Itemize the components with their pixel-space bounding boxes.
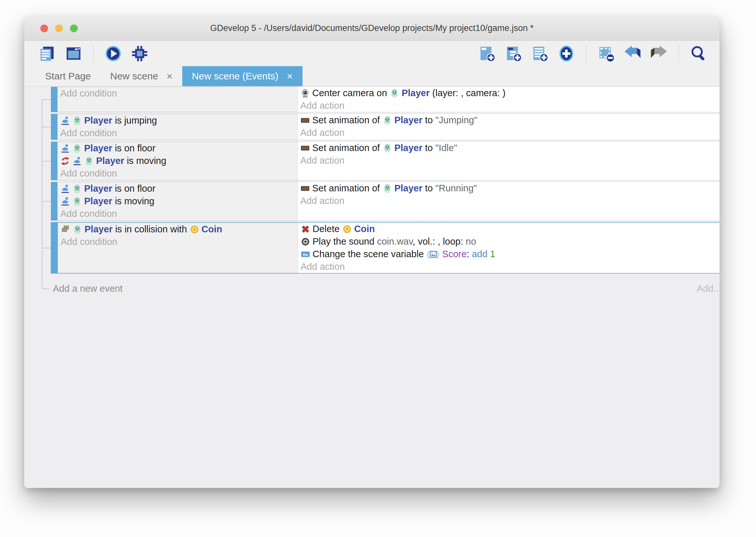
add-event-icon[interactable] — [478, 44, 496, 63]
window-title: GDevelop 5 - /Users/david/Documents/GDev… — [24, 23, 720, 33]
tab-close-icon[interactable]: × — [287, 71, 293, 81]
tab-new-scene-events-[interactable]: New scene (Events)× — [182, 66, 303, 86]
event-text: is on floor — [112, 143, 155, 153]
add-action-button[interactable]: Add action — [300, 127, 720, 139]
player-object-icon — [383, 143, 392, 153]
action-row[interactable]: Set animation of Player to "Jumping" — [300, 114, 720, 127]
project-manager-icon[interactable] — [38, 44, 57, 63]
event-text: is on floor — [112, 183, 155, 194]
action-row[interactable]: Center camera on Player (layer: , camera… — [300, 87, 720, 100]
event-row[interactable]: Add conditionCenter camera on Player (la… — [51, 87, 720, 112]
actions-cell[interactable]: Center camera on Player (layer: , camera… — [298, 87, 720, 112]
add-condition-button[interactable]: Add condition — [60, 167, 297, 180]
close-button[interactable] — [40, 24, 48, 32]
event-row[interactable]: Player is on floorPlayer is movingAdd co… — [51, 141, 720, 181]
conditions-cell[interactable]: Player is on floorPlayer is movingAdd co… — [57, 142, 298, 180]
action-row[interactable]: Play the sound coin.wav, vol.: , loop: n… — [301, 235, 720, 248]
add-condition-button[interactable]: Add condition — [60, 208, 297, 220]
event-text: to — [423, 115, 435, 125]
event-row[interactable]: Player is jumpingAdd conditionSet animat… — [51, 114, 720, 140]
condition-row[interactable]: Player is in collision with Coin — [61, 223, 298, 235]
action-row[interactable]: Delete Coin — [301, 223, 720, 235]
param-object: Player — [395, 183, 423, 193]
condition-row[interactable]: Player is moving — [60, 154, 297, 167]
player-object-icon — [72, 144, 82, 153]
conditions-cell[interactable]: Player is on floorPlayer is movingAdd co… — [57, 182, 298, 221]
invert-condition-icon — [60, 156, 70, 166]
event-tree-guide — [42, 201, 51, 202]
tab-new-scene[interactable]: New scene× — [101, 66, 182, 86]
zoom-button[interactable] — [70, 24, 78, 32]
actions-cell[interactable]: Set animation of Player to "Idle"Add act… — [298, 142, 720, 180]
minimize-button[interactable] — [55, 24, 63, 32]
undo-icon[interactable] — [623, 44, 642, 63]
tab-close-icon[interactable]: × — [167, 71, 172, 81]
conditions-cell[interactable]: Player is in collision with CoinAdd cond… — [58, 223, 298, 273]
param-variable: Score — [442, 249, 467, 259]
scene-editor-icon[interactable] — [64, 44, 83, 63]
platformer-behavior-icon — [60, 184, 70, 194]
conditions-cell[interactable]: Add condition — [57, 87, 298, 112]
event-row[interactable]: Player is on floorPlayer is movingAdd co… — [51, 182, 720, 221]
toolbar-divider — [586, 45, 586, 62]
event-text: (layer: , camera: ) — [430, 88, 506, 98]
add-action-button[interactable]: Add action — [300, 195, 720, 207]
platformer-behavior-icon — [60, 116, 70, 126]
add-condition-button[interactable]: Add condition — [60, 87, 297, 100]
play-preview-icon[interactable] — [104, 44, 123, 63]
conditions-cell[interactable]: Player is jumpingAdd condition — [57, 114, 298, 140]
events-sheet: Add conditionCenter camera on Player (la… — [24, 87, 720, 488]
add-more-icon[interactable] — [557, 44, 576, 63]
event-text: Set animation of — [312, 183, 383, 193]
player-object-icon — [84, 156, 94, 166]
param-object: Player — [395, 143, 423, 153]
event-text: Center camera on — [312, 88, 390, 98]
event-text: to — [423, 183, 435, 193]
action-row[interactable]: Set animation of Player to "Running" — [300, 182, 720, 195]
add-more-button[interactable]: Add... — [697, 282, 720, 295]
actions-cell[interactable]: Set animation of Player to "Running"Add … — [298, 182, 720, 221]
player-object-icon — [72, 196, 82, 206]
param-object: Player — [85, 224, 113, 234]
actions-cell[interactable]: Delete CoinPlay the sound coin.wav, vol.… — [298, 223, 720, 273]
actions-cell[interactable]: Set animation of Player to "Jumping"Add … — [298, 114, 720, 140]
add-condition-button[interactable]: Add condition — [60, 127, 297, 140]
param-object: Coin — [202, 224, 222, 234]
condition-row[interactable]: Player is jumping — [60, 114, 297, 127]
add-subevent-icon[interactable] — [504, 44, 523, 63]
add-action-button[interactable]: Add action — [300, 100, 720, 112]
svg-text:}: } — [436, 250, 439, 259]
add-action-button[interactable]: Add action — [300, 154, 720, 167]
event-text: Delete — [313, 224, 342, 234]
delete-object-icon — [301, 224, 310, 234]
event-tree-guide — [42, 127, 51, 127]
param-operator: add — [472, 249, 487, 259]
camera-icon — [300, 88, 310, 98]
tab-label: New scene — [110, 71, 158, 82]
event-row[interactable]: Player is in collision with CoinAdd cond… — [51, 222, 720, 274]
animation-icon — [300, 184, 310, 193]
param-object: Player — [401, 88, 430, 98]
action-row[interactable]: VarChange the scene variable {}Score: ad… — [301, 248, 720, 261]
condition-row[interactable]: Player is on floor — [60, 182, 297, 195]
add-action-button[interactable]: Add action — [301, 261, 720, 273]
action-row[interactable]: Set animation of Player to "Idle" — [300, 142, 720, 154]
delete-selection-icon[interactable] — [597, 44, 615, 63]
coin-object-icon — [342, 224, 352, 234]
event-text: Set animation of — [312, 143, 383, 153]
player-object-icon — [383, 184, 392, 193]
redo-icon[interactable] — [650, 44, 668, 63]
debug-icon[interactable] — [130, 44, 149, 63]
condition-row[interactable]: Player is on floor — [60, 142, 297, 154]
search-icon[interactable] — [689, 44, 708, 63]
param-object: Player — [395, 115, 423, 125]
event-selection-bar — [51, 223, 58, 273]
add-comment-icon[interactable] — [531, 44, 549, 63]
add-new-event-button[interactable]: Add a new event — [53, 282, 123, 295]
add-condition-button[interactable]: Add condition — [61, 235, 298, 248]
platformer-behavior-icon — [72, 156, 82, 166]
event-selection-bar — [51, 87, 57, 112]
condition-row[interactable]: Player is moving — [60, 195, 297, 208]
tab-label: New scene (Events) — [192, 71, 278, 82]
tab-start-page[interactable]: Start Page — [35, 66, 101, 86]
